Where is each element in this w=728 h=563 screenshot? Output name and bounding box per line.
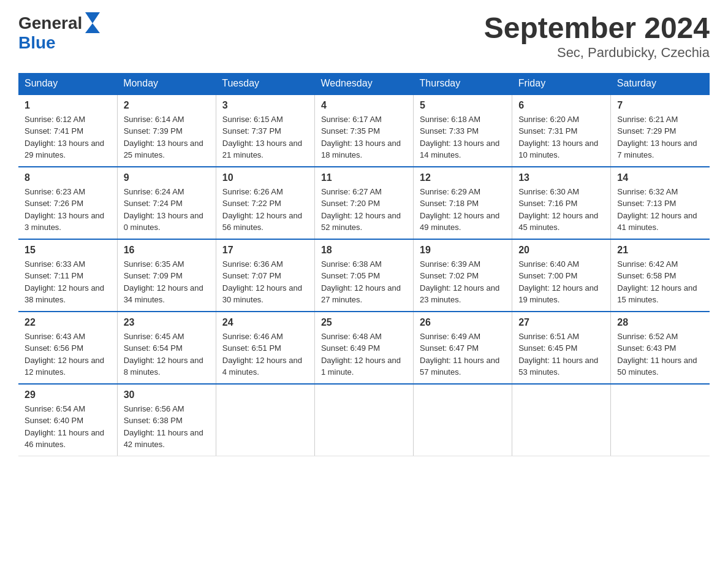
header-monday: Monday: [117, 73, 216, 94]
day-info: Sunrise: 6:20 AM Sunset: 7:31 PM Dayligh…: [518, 113, 604, 161]
day-number: 27: [518, 317, 604, 328]
day-info: Sunrise: 6:43 AM Sunset: 6:56 PM Dayligh…: [25, 331, 111, 378]
day-number: 17: [222, 245, 308, 256]
day-info: Sunrise: 6:21 AM Sunset: 7:29 PM Dayligh…: [617, 113, 703, 161]
day-number: 12: [420, 172, 506, 183]
day-info: Sunrise: 6:38 AM Sunset: 7:05 PM Dayligh…: [321, 258, 407, 306]
logo-blue-text: Blue: [18, 34, 56, 52]
day-info: Sunrise: 6:15 AM Sunset: 7:37 PM Dayligh…: [222, 113, 308, 161]
day-number: 7: [617, 100, 703, 111]
cell-week2-day6: 14 Sunrise: 6:32 AM Sunset: 7:13 PM Dayl…: [611, 167, 710, 239]
day-number: 9: [124, 172, 210, 183]
day-info: Sunrise: 6:54 AM Sunset: 6:40 PM Dayligh…: [25, 403, 111, 451]
cell-week1-day5: 6 Sunrise: 6:20 AM Sunset: 7:31 PM Dayli…: [512, 94, 611, 167]
day-info: Sunrise: 6:24 AM Sunset: 7:24 PM Dayligh…: [124, 186, 210, 234]
day-number: 19: [420, 245, 506, 256]
day-info: Sunrise: 6:17 AM Sunset: 7:35 PM Dayligh…: [321, 113, 407, 161]
cell-week4-day1: 23 Sunrise: 6:45 AM Sunset: 6:54 PM Dayl…: [117, 312, 216, 384]
day-info: Sunrise: 6:48 AM Sunset: 6:49 PM Dayligh…: [321, 331, 407, 378]
week-row-1: 1 Sunrise: 6:12 AM Sunset: 7:41 PM Dayli…: [18, 94, 710, 167]
cell-week5-day0: 29 Sunrise: 6:54 AM Sunset: 6:40 PM Dayl…: [18, 384, 117, 456]
day-info: Sunrise: 6:51 AM Sunset: 6:45 PM Dayligh…: [518, 331, 604, 378]
cell-week5-day5: [512, 384, 611, 456]
week-row-5: 29 Sunrise: 6:54 AM Sunset: 6:40 PM Dayl…: [18, 384, 710, 456]
cell-week1-day4: 5 Sunrise: 6:18 AM Sunset: 7:33 PM Dayli…: [414, 94, 512, 167]
day-info: Sunrise: 6:12 AM Sunset: 7:41 PM Dayligh…: [25, 113, 111, 161]
day-info: Sunrise: 6:18 AM Sunset: 7:33 PM Dayligh…: [420, 113, 506, 161]
cell-week2-day5: 13 Sunrise: 6:30 AM Sunset: 7:16 PM Dayl…: [512, 167, 611, 239]
day-number: 13: [518, 172, 604, 183]
header-thursday: Thursday: [414, 73, 512, 94]
cell-week2-day0: 8 Sunrise: 6:23 AM Sunset: 7:26 PM Dayli…: [18, 167, 117, 239]
cell-week2-day4: 12 Sunrise: 6:29 AM Sunset: 7:18 PM Dayl…: [414, 167, 512, 239]
cell-week4-day5: 27 Sunrise: 6:51 AM Sunset: 6:45 PM Dayl…: [512, 312, 611, 384]
day-info: Sunrise: 6:14 AM Sunset: 7:39 PM Dayligh…: [124, 113, 210, 161]
day-number: 15: [25, 245, 111, 256]
cell-week1-day6: 7 Sunrise: 6:21 AM Sunset: 7:29 PM Dayli…: [611, 94, 710, 167]
cell-week3-day3: 18 Sunrise: 6:38 AM Sunset: 7:05 PM Dayl…: [314, 239, 413, 312]
week-row-4: 22 Sunrise: 6:43 AM Sunset: 6:56 PM Dayl…: [18, 312, 710, 384]
day-number: 3: [222, 100, 308, 111]
header-saturday: Saturday: [611, 73, 710, 94]
day-info: Sunrise: 6:36 AM Sunset: 7:07 PM Dayligh…: [222, 258, 308, 306]
cell-week3-day0: 15 Sunrise: 6:33 AM Sunset: 7:11 PM Dayl…: [18, 239, 117, 312]
day-info: Sunrise: 6:52 AM Sunset: 6:43 PM Dayligh…: [617, 331, 703, 378]
header-wednesday: Wednesday: [314, 73, 413, 94]
day-number: 18: [321, 245, 407, 256]
calendar-table: Sunday Monday Tuesday Wednesday Thursday…: [18, 73, 710, 456]
day-info: Sunrise: 6:29 AM Sunset: 7:18 PM Dayligh…: [420, 186, 506, 234]
day-number: 2: [124, 100, 210, 111]
day-info: Sunrise: 6:33 AM Sunset: 7:11 PM Dayligh…: [25, 258, 111, 306]
cell-week3-day4: 19 Sunrise: 6:39 AM Sunset: 7:02 PM Dayl…: [414, 239, 512, 312]
day-number: 26: [420, 317, 506, 328]
cell-week3-day5: 20 Sunrise: 6:40 AM Sunset: 7:00 PM Dayl…: [512, 239, 611, 312]
cell-week4-day3: 25 Sunrise: 6:48 AM Sunset: 6:49 PM Dayl…: [314, 312, 413, 384]
day-number: 11: [321, 172, 407, 183]
day-info: Sunrise: 6:35 AM Sunset: 7:09 PM Dayligh…: [124, 258, 210, 306]
day-number: 1: [25, 100, 111, 111]
day-number: 5: [420, 100, 506, 111]
title-section: September 2024 Sec, Pardubicky, Czechia: [484, 12, 710, 61]
day-info: Sunrise: 6:32 AM Sunset: 7:13 PM Dayligh…: [617, 186, 703, 234]
day-info: Sunrise: 6:40 AM Sunset: 7:00 PM Dayligh…: [518, 258, 604, 306]
cell-week4-day0: 22 Sunrise: 6:43 AM Sunset: 6:56 PM Dayl…: [18, 312, 117, 384]
day-number: 22: [25, 317, 111, 328]
header-row: Sunday Monday Tuesday Wednesday Thursday…: [18, 73, 710, 94]
cell-week5-day3: [314, 384, 413, 456]
header-friday: Friday: [512, 73, 611, 94]
cell-week3-day6: 21 Sunrise: 6:42 AM Sunset: 6:58 PM Dayl…: [611, 239, 710, 312]
day-number: 4: [321, 100, 407, 111]
cell-week4-day2: 24 Sunrise: 6:46 AM Sunset: 6:51 PM Dayl…: [216, 312, 314, 384]
day-number: 8: [25, 172, 111, 183]
day-number: 6: [518, 100, 604, 111]
day-number: 14: [617, 172, 703, 183]
logo: General Blue: [18, 12, 100, 52]
cell-week5-day6: [611, 384, 710, 456]
day-number: 21: [617, 245, 703, 256]
calendar-subtitle: Sec, Pardubicky, Czechia: [484, 45, 710, 61]
cell-week3-day1: 16 Sunrise: 6:35 AM Sunset: 7:09 PM Dayl…: [117, 239, 216, 312]
cell-week5-day1: 30 Sunrise: 6:56 AM Sunset: 6:38 PM Dayl…: [117, 384, 216, 456]
day-number: 23: [124, 317, 210, 328]
cell-week1-day2: 3 Sunrise: 6:15 AM Sunset: 7:37 PM Dayli…: [216, 94, 314, 167]
day-info: Sunrise: 6:45 AM Sunset: 6:54 PM Dayligh…: [124, 331, 210, 378]
day-info: Sunrise: 6:30 AM Sunset: 7:16 PM Dayligh…: [518, 186, 604, 234]
day-number: 28: [617, 317, 703, 328]
day-number: 10: [222, 172, 308, 183]
cell-week1-day1: 2 Sunrise: 6:14 AM Sunset: 7:39 PM Dayli…: [117, 94, 216, 167]
day-info: Sunrise: 6:56 AM Sunset: 6:38 PM Dayligh…: [124, 403, 210, 451]
day-number: 30: [124, 389, 210, 400]
day-info: Sunrise: 6:23 AM Sunset: 7:26 PM Dayligh…: [25, 186, 111, 234]
day-number: 25: [321, 317, 407, 328]
header-sunday: Sunday: [18, 73, 117, 94]
day-info: Sunrise: 6:26 AM Sunset: 7:22 PM Dayligh…: [222, 186, 308, 234]
day-info: Sunrise: 6:27 AM Sunset: 7:20 PM Dayligh…: [321, 186, 407, 234]
calendar-body: 1 Sunrise: 6:12 AM Sunset: 7:41 PM Dayli…: [18, 94, 710, 456]
cell-week1-day0: 1 Sunrise: 6:12 AM Sunset: 7:41 PM Dayli…: [18, 94, 117, 167]
cell-week2-day2: 10 Sunrise: 6:26 AM Sunset: 7:22 PM Dayl…: [216, 167, 314, 239]
week-row-2: 8 Sunrise: 6:23 AM Sunset: 7:26 PM Dayli…: [18, 167, 710, 239]
cell-week5-day2: [216, 384, 314, 456]
logo-general-text: General: [18, 15, 82, 32]
page-header: General Blue September 2024 Sec, Pardubi…: [18, 12, 710, 61]
header-tuesday: Tuesday: [216, 73, 314, 94]
